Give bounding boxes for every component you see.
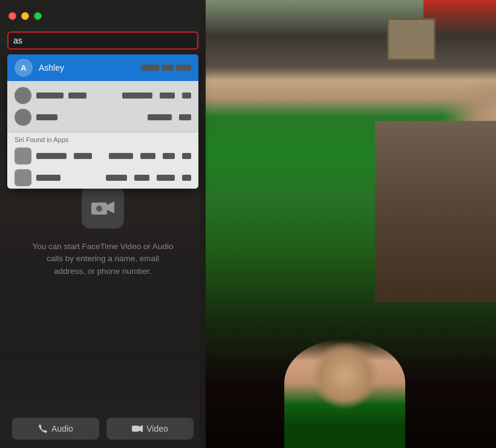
ashley-detail-redacted [141,65,159,71]
svg-point-2 [96,206,102,212]
redacted-name-2a [36,114,57,120]
redacted-name-1a [36,93,64,99]
redacted-detail-1b [160,93,175,99]
svg-rect-3 [132,426,139,432]
ashley-name: Ashley [39,63,141,73]
video-icon [132,424,143,433]
siri-redacted-2b [106,175,127,181]
search-input-wrapper[interactable] [7,31,198,50]
suggestion-row-1[interactable] [7,85,198,106]
svg-marker-1 [107,201,114,213]
redacted-detail-2 [148,114,172,120]
suggestion-ashley[interactable]: A Ashley [7,54,198,81]
sidebar-panel: A Ashley [0,0,206,448]
maximize-button[interactable] [34,12,42,20]
bottom-bar: Audio Video [0,409,206,448]
ashley-detail-redacted3 [176,65,191,71]
siri-redacted-1c [109,153,133,159]
camera-icon-wrapper [82,186,124,229]
close-button[interactable] [8,12,16,20]
siri-redacted-2e [182,175,191,181]
video-call-button[interactable]: Video [106,418,194,440]
siri-redacted-1b [74,153,92,159]
siri-redacted-1e [163,153,175,159]
suggestions-dropdown: A Ashley [7,54,198,189]
phone-icon [38,424,48,433]
siri-header: Siri Found in Apps [7,132,198,145]
siri-row-1[interactable] [7,145,198,167]
facetime-description: You can start FaceTime Video or Audio ca… [30,241,175,278]
search-input[interactable] [13,36,192,45]
redacted-detail-2b [179,114,191,120]
minimize-button[interactable] [21,12,29,20]
siri-redacted-2d [157,175,175,181]
search-area: A Ashley [0,31,206,54]
audio-call-button[interactable]: Audio [12,418,99,440]
siri-redacted-2c [134,175,149,181]
audio-button-label: Audio [51,424,73,433]
suggestion-row-2[interactable] [7,106,198,128]
siri-redacted-1a [36,153,67,159]
camera-icon [91,199,114,216]
redacted-detail-1c [182,93,191,99]
other-suggestions [7,81,198,132]
siri-redacted-1d [140,153,155,159]
siri-found-section: Siri Found in Apps [7,132,198,189]
ashley-detail-redacted2 [162,65,174,71]
titlebar [0,0,206,31]
redacted-detail-1 [122,93,152,99]
redacted-name-1b [68,93,86,99]
traffic-lights [8,12,42,20]
siri-redacted-2a [36,175,60,181]
siri-row-2[interactable] [7,167,198,189]
ashley-avatar: A [15,59,33,77]
video-button-label: Video [146,424,168,433]
siri-redacted-1f [182,153,191,159]
svg-marker-4 [139,425,143,432]
